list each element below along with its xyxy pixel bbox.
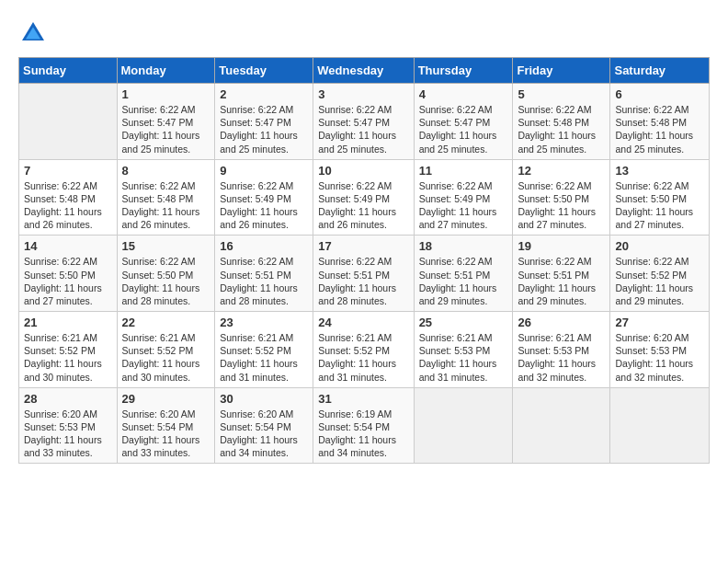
day-info: Sunrise: 6:20 AM Sunset: 5:53 PM Dayligh… [615,331,704,384]
calendar-cell: 30Sunrise: 6:20 AM Sunset: 5:54 PM Dayli… [215,387,313,464]
day-number: 11 [419,164,508,178]
header-cell-tuesday: Tuesday [215,58,313,84]
day-number: 12 [518,164,605,178]
calendar-cell [513,387,610,464]
day-number: 3 [318,87,408,101]
calendar-cell: 15Sunrise: 6:22 AM Sunset: 5:50 PM Dayli… [117,236,215,312]
day-number: 27 [615,316,704,329]
calendar-cell [19,84,118,160]
week-row-5: 28Sunrise: 6:20 AM Sunset: 5:53 PM Dayli… [19,387,710,464]
day-info: Sunrise: 6:22 AM Sunset: 5:47 PM Dayligh… [122,103,210,155]
day-info: Sunrise: 6:21 AM Sunset: 5:52 PM Dayligh… [318,331,408,384]
calendar-cell: 20Sunrise: 6:22 AM Sunset: 5:52 PM Dayli… [610,236,710,312]
day-number: 6 [615,87,704,101]
day-number: 23 [220,316,308,329]
day-number: 9 [220,164,308,178]
day-info: Sunrise: 6:22 AM Sunset: 5:50 PM Dayligh… [122,255,210,307]
week-row-1: 1Sunrise: 6:22 AM Sunset: 5:47 PM Daylig… [19,84,710,160]
day-number: 13 [615,164,704,178]
calendar-cell: 26Sunrise: 6:21 AM Sunset: 5:53 PM Dayli… [513,312,610,388]
day-number: 2 [220,87,308,101]
calendar-cell: 3Sunrise: 6:22 AM Sunset: 5:47 PM Daylig… [313,84,414,160]
calendar-cell: 8Sunrise: 6:22 AM Sunset: 5:48 PM Daylig… [117,159,215,236]
day-number: 10 [318,164,408,178]
calendar-cell: 27Sunrise: 6:20 AM Sunset: 5:53 PM Dayli… [610,312,710,388]
day-number: 25 [419,316,508,329]
day-info: Sunrise: 6:22 AM Sunset: 5:47 PM Dayligh… [318,103,408,155]
day-info: Sunrise: 6:22 AM Sunset: 5:50 PM Dayligh… [518,179,605,232]
calendar-cell: 16Sunrise: 6:22 AM Sunset: 5:51 PM Dayli… [215,236,313,312]
calendar-cell: 25Sunrise: 6:21 AM Sunset: 5:53 PM Dayli… [414,312,513,388]
day-number: 5 [518,87,605,101]
calendar-cell: 31Sunrise: 6:19 AM Sunset: 5:54 PM Dayli… [313,387,414,464]
day-number: 18 [419,239,508,253]
day-number: 20 [615,239,704,253]
day-info: Sunrise: 6:21 AM Sunset: 5:53 PM Dayligh… [419,331,508,384]
calendar-cell: 1Sunrise: 6:22 AM Sunset: 5:47 PM Daylig… [117,84,215,160]
day-info: Sunrise: 6:22 AM Sunset: 5:48 PM Dayligh… [518,103,605,155]
day-number: 21 [24,316,112,329]
week-row-2: 7Sunrise: 6:22 AM Sunset: 5:48 PM Daylig… [19,159,710,236]
day-info: Sunrise: 6:22 AM Sunset: 5:47 PM Dayligh… [220,103,308,155]
day-info: Sunrise: 6:22 AM Sunset: 5:49 PM Dayligh… [220,179,308,232]
day-info: Sunrise: 6:22 AM Sunset: 5:50 PM Dayligh… [24,255,112,307]
calendar-cell: 4Sunrise: 6:22 AM Sunset: 5:47 PM Daylig… [414,84,513,160]
logo-icon [18,18,48,48]
day-info: Sunrise: 6:20 AM Sunset: 5:54 PM Dayligh… [122,408,210,460]
calendar-table: SundayMondayTuesdayWednesdayThursdayFrid… [18,57,710,464]
day-number: 16 [220,239,308,253]
calendar-body: 1Sunrise: 6:22 AM Sunset: 5:47 PM Daylig… [19,84,710,464]
week-row-4: 21Sunrise: 6:21 AM Sunset: 5:52 PM Dayli… [19,312,710,388]
header-cell-saturday: Saturday [610,58,710,84]
day-number: 4 [419,87,508,101]
day-number: 14 [24,239,112,253]
day-info: Sunrise: 6:20 AM Sunset: 5:53 PM Dayligh… [24,408,112,460]
day-info: Sunrise: 6:22 AM Sunset: 5:51 PM Dayligh… [419,255,508,307]
day-info: Sunrise: 6:22 AM Sunset: 5:51 PM Dayligh… [318,255,408,307]
day-info: Sunrise: 6:22 AM Sunset: 5:47 PM Dayligh… [419,103,508,155]
header-cell-sunday: Sunday [19,58,118,84]
calendar-cell: 29Sunrise: 6:20 AM Sunset: 5:54 PM Dayli… [117,387,215,464]
calendar-cell: 11Sunrise: 6:22 AM Sunset: 5:49 PM Dayli… [414,159,513,236]
day-number: 30 [220,392,308,406]
day-number: 31 [318,392,408,406]
calendar-cell [414,387,513,464]
day-number: 15 [122,239,210,253]
day-number: 1 [122,87,210,101]
calendar-header: SundayMondayTuesdayWednesdayThursdayFrid… [19,58,710,84]
day-number: 29 [122,392,210,406]
calendar-cell: 17Sunrise: 6:22 AM Sunset: 5:51 PM Dayli… [313,236,414,312]
week-row-3: 14Sunrise: 6:22 AM Sunset: 5:50 PM Dayli… [19,236,710,312]
day-info: Sunrise: 6:22 AM Sunset: 5:48 PM Dayligh… [615,103,704,155]
calendar-cell: 5Sunrise: 6:22 AM Sunset: 5:48 PM Daylig… [513,84,610,160]
header-cell-wednesday: Wednesday [313,58,414,84]
day-info: Sunrise: 6:21 AM Sunset: 5:53 PM Dayligh… [518,331,605,384]
calendar-cell: 9Sunrise: 6:22 AM Sunset: 5:49 PM Daylig… [215,159,313,236]
calendar-cell: 2Sunrise: 6:22 AM Sunset: 5:47 PM Daylig… [215,84,313,160]
day-info: Sunrise: 6:22 AM Sunset: 5:50 PM Dayligh… [615,179,704,232]
day-number: 8 [122,164,210,178]
day-number: 7 [24,164,112,178]
calendar-cell: 14Sunrise: 6:22 AM Sunset: 5:50 PM Dayli… [19,236,118,312]
day-number: 19 [518,239,605,253]
day-info: Sunrise: 6:21 AM Sunset: 5:52 PM Dayligh… [122,331,210,384]
day-info: Sunrise: 6:22 AM Sunset: 5:51 PM Dayligh… [220,255,308,307]
calendar-cell: 7Sunrise: 6:22 AM Sunset: 5:48 PM Daylig… [19,159,118,236]
calendar-cell: 28Sunrise: 6:20 AM Sunset: 5:53 PM Dayli… [19,387,118,464]
logo [18,18,51,48]
header-cell-monday: Monday [117,58,215,84]
day-info: Sunrise: 6:22 AM Sunset: 5:49 PM Dayligh… [318,179,408,232]
day-info: Sunrise: 6:21 AM Sunset: 5:52 PM Dayligh… [220,331,308,384]
header-cell-thursday: Thursday [414,58,513,84]
page-header [18,18,710,48]
calendar-cell: 22Sunrise: 6:21 AM Sunset: 5:52 PM Dayli… [117,312,215,388]
day-number: 26 [518,316,605,329]
header-cell-friday: Friday [513,58,610,84]
day-info: Sunrise: 6:22 AM Sunset: 5:49 PM Dayligh… [419,179,508,232]
day-number: 22 [122,316,210,329]
calendar-cell: 18Sunrise: 6:22 AM Sunset: 5:51 PM Dayli… [414,236,513,312]
day-info: Sunrise: 6:22 AM Sunset: 5:48 PM Dayligh… [24,179,112,232]
calendar-cell: 23Sunrise: 6:21 AM Sunset: 5:52 PM Dayli… [215,312,313,388]
calendar-cell: 10Sunrise: 6:22 AM Sunset: 5:49 PM Dayli… [313,159,414,236]
day-info: Sunrise: 6:21 AM Sunset: 5:52 PM Dayligh… [24,331,112,384]
